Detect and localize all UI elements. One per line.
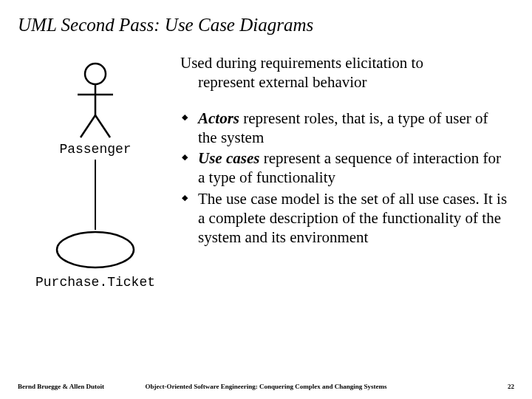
usecase-label: Purchase.Ticket bbox=[35, 275, 155, 290]
bullet-text: The use case model is the set of all use… bbox=[198, 190, 507, 247]
list-item: Actors represent roles, that is, a type … bbox=[182, 109, 514, 148]
list-item: The use case model is the set of all use… bbox=[182, 189, 514, 248]
svg-line-3 bbox=[81, 115, 95, 137]
actor-stickman-icon bbox=[73, 62, 117, 139]
intro-text: Used during requirements elicitation to … bbox=[176, 53, 514, 92]
intro-line2: represent external behavior bbox=[180, 73, 367, 91]
bullet-text: represent roles, that is, a type of user… bbox=[198, 109, 488, 146]
svg-point-6 bbox=[57, 232, 134, 267]
intro-line1: Used during requirements elicitation to bbox=[180, 54, 423, 72]
usecase-ellipse-icon bbox=[55, 230, 136, 270]
list-item: Use cases represent a sequence of intera… bbox=[182, 149, 514, 188]
footer-book-title: Object-Oriented Software Engineering: Co… bbox=[0, 383, 532, 390]
slide-content: Passenger Purchase.Ticket Used during re… bbox=[0, 40, 532, 290]
text-column: Used during requirements elicitation to … bbox=[173, 53, 514, 290]
svg-point-0 bbox=[85, 64, 106, 84]
bullet-emphasis: Use cases bbox=[198, 149, 259, 167]
footer-page-number: 22 bbox=[508, 383, 514, 390]
association-line-icon bbox=[95, 160, 96, 230]
slide-title: UML Second Pass: Use Case Diagrams bbox=[0, 0, 532, 40]
bullet-emphasis: Actors bbox=[198, 109, 239, 127]
diagram-column: Passenger Purchase.Ticket bbox=[18, 53, 173, 290]
svg-line-4 bbox=[95, 115, 110, 137]
bullet-list: Actors represent roles, that is, a type … bbox=[176, 109, 514, 248]
actor-label: Passenger bbox=[59, 142, 131, 157]
